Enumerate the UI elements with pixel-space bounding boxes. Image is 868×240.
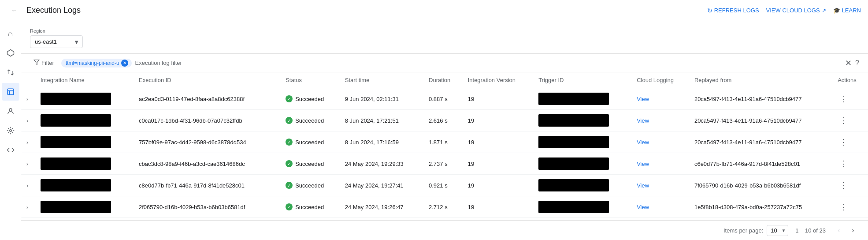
top-header: ← Execution Logs ↻ REFRESH LOGS VIEW CLO… [0, 0, 868, 21]
trigger-id-redacted [538, 201, 609, 213]
cloud-logging-cell: View [631, 175, 689, 196]
cloud-logging-view-link[interactable]: View [637, 117, 649, 124]
duration-cell: 2.616 s [423, 110, 463, 131]
status-success-icon: ✓ [286, 117, 293, 124]
row-actions-button[interactable]: ⋮ [838, 180, 849, 190]
cloud-logging-view-link[interactable]: View [637, 96, 649, 102]
filter-chip[interactable]: ttml=masking-pii-and-u ✕ [61, 59, 132, 68]
sidebar-icon-person[interactable] [2, 102, 19, 120]
status-cell: ✓Succeeded [280, 131, 340, 153]
help-button[interactable]: ? [855, 59, 859, 67]
table-row: ›c8e0d77b-fb71-446a-917d-8f41de528c01✓Su… [21, 175, 868, 196]
status-cell: ✓Succeeded [280, 88, 340, 110]
replayed-from-cell: 20ca5497-f413-4e11-91a6-47510dcb9477 [689, 88, 832, 110]
version-cell: 19 [463, 88, 533, 110]
row-expand-button[interactable]: › [26, 139, 28, 146]
cloud-logging-view-link[interactable]: View [637, 139, 649, 146]
learn-button[interactable]: 🎓 LEARN [833, 7, 861, 14]
row-expand-button[interactable]: › [26, 96, 28, 102]
row-actions-button[interactable]: ⋮ [838, 202, 849, 212]
col-replayed-from: Replayed from [689, 72, 832, 88]
replayed-from-cell: c6e0d77b-fb71-446a-917d-8f41de528c01 [689, 153, 832, 175]
status-cell: ✓Succeeded [280, 153, 340, 175]
filter-button[interactable]: Filter [30, 57, 58, 68]
chip-close-icon[interactable]: ✕ [121, 60, 128, 67]
sidebar-icon-home[interactable]: ⌂ [2, 25, 19, 42]
prev-page-button[interactable]: ‹ [833, 224, 845, 236]
cloud-logging-cell: View [631, 153, 689, 175]
trigger-id-cell [533, 110, 631, 131]
sidebar-icon-logs[interactable] [2, 83, 19, 101]
cloud-logging-view-link[interactable]: View [637, 161, 649, 167]
trigger-id-redacted [538, 136, 609, 148]
replayed-from-cell: 20ca5497-f413-4e11-91a6-47510dcb9477 [689, 110, 832, 131]
status-success-icon: ✓ [286, 95, 293, 102]
svg-marker-0 [7, 50, 14, 56]
row-actions-button[interactable]: ⋮ [838, 137, 849, 147]
replayed-from-cell: 20ca5497-f413-4e11-91a6-47510dcb9477 [689, 131, 832, 153]
col-expand [21, 72, 35, 88]
sidebar-icon-code[interactable] [2, 141, 19, 159]
version-cell: 19 [463, 131, 533, 153]
col-status: Status [280, 72, 340, 88]
replayed-from-cell: 7f065790-d16b-4029-b53a-b6b03b6581df [689, 175, 832, 196]
duration-cell: 0.887 s [423, 88, 463, 110]
execution-logs-table: Integration Name Execution ID Status Sta… [21, 72, 868, 220]
region-label: Region [30, 28, 859, 34]
start-time-cell: 24 May 2024, 19:27:41 [340, 175, 423, 196]
col-integration-version: Integration Version [463, 72, 533, 88]
row-actions-button[interactable]: ⋮ [838, 116, 849, 125]
duration-cell: 2.737 s [423, 153, 463, 175]
view-cloud-logs-link[interactable]: VIEW CLOUD LOGS ↗ [766, 7, 826, 14]
svg-rect-1 [7, 89, 14, 95]
refresh-logs-link[interactable]: ↻ REFRESH LOGS [707, 7, 759, 14]
sidebar: ⌂ [0, 21, 21, 240]
items-per-page: Items per page: 10 25 50 ▼ [723, 225, 788, 236]
status-cell: ✓Succeeded [280, 196, 340, 218]
next-page-button[interactable]: › [847, 224, 859, 236]
sidebar-icon-integrations[interactable] [2, 44, 19, 62]
duration-cell: 1.871 s [423, 131, 463, 153]
trigger-id-redacted [538, 93, 609, 105]
back-button[interactable]: ← [7, 4, 21, 18]
items-per-page-select[interactable]: 10 25 50 [767, 225, 788, 236]
close-filter-button[interactable]: ✕ [845, 58, 852, 68]
header-actions: ↻ REFRESH LOGS VIEW CLOUD LOGS ↗ 🎓 LEARN [707, 7, 861, 14]
trigger-id-cell [533, 196, 631, 218]
execution-id-cell: c0ca017c-1dbd-4f31-96db-07a07c32ffdb [134, 110, 280, 131]
start-time-cell: 24 May 2024, 19:26:47 [340, 196, 423, 218]
actions-cell: ⋮ [832, 110, 868, 131]
status-text: Succeeded [295, 204, 324, 210]
execution-id-cell: ac2ea0d3-0119-47ed-8faa-a8a8dc62388f [134, 88, 280, 110]
actions-cell: ⋮ [832, 175, 868, 196]
region-select[interactable]: us-east1 us-central1 us-west1 europe-wes… [30, 35, 83, 48]
trigger-id-cell [533, 88, 631, 110]
row-expand-button[interactable]: › [26, 161, 28, 167]
row-expand-button[interactable]: › [26, 118, 28, 124]
status-cell: ✓Succeeded [280, 110, 340, 131]
table-container: Integration Name Execution ID Status Sta… [21, 72, 868, 220]
actions-cell: ⋮ [832, 196, 868, 218]
duration-cell: 2.712 s [423, 196, 463, 218]
region-select-wrapper: us-east1 us-central1 us-west1 europe-wes… [30, 35, 83, 48]
actions-cell: ⋮ [832, 131, 868, 153]
pagination-nav: ‹ › [833, 224, 859, 236]
execution-id-cell: 757bf09e-97ac-4d42-9598-d6c3878dd534 [134, 131, 280, 153]
sidebar-icon-settings[interactable] [2, 122, 19, 139]
integration-name-redacted [41, 136, 111, 148]
row-actions-button[interactable]: ⋮ [838, 159, 849, 169]
row-expand-button[interactable]: › [26, 183, 28, 189]
row-expand-button[interactable]: › [26, 204, 28, 210]
cloud-logging-cell: View [631, 196, 689, 218]
replayed-from-cell: 1e5f8b18-d308-479a-bd0a-257237a72c75 [689, 196, 832, 218]
table-row: ›2f065790-d16b-4029-b53a-b6b03b6581df✓Su… [21, 196, 868, 218]
cloud-logging-view-link[interactable]: View [637, 182, 649, 189]
page-title: Execution Logs [26, 6, 702, 15]
cloud-logging-view-link[interactable]: View [637, 204, 649, 210]
status-text: Succeeded [295, 139, 324, 146]
sidebar-icon-arrows[interactable] [2, 64, 19, 81]
region-section: Region us-east1 us-central1 us-west1 eur… [21, 21, 868, 53]
items-per-page-label: Items per page: [723, 227, 763, 234]
version-cell: 19 [463, 110, 533, 131]
row-actions-button[interactable]: ⋮ [838, 94, 849, 104]
